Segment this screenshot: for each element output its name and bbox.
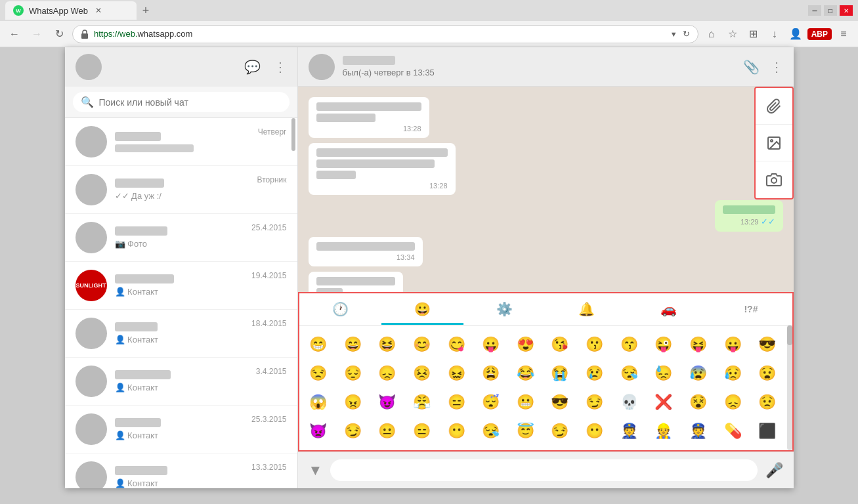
emoji-cell[interactable]: 👷 xyxy=(650,417,677,445)
adblock-button[interactable]: ABP xyxy=(807,28,832,40)
emoji-cell[interactable]: 😟 xyxy=(754,388,781,416)
emoji-cell[interactable]: 😊 xyxy=(408,331,435,358)
window-close-button[interactable]: ✕ xyxy=(840,5,853,16)
emoji-tab-settings[interactable]: ⚙️ xyxy=(463,293,546,325)
emoji-cell[interactable]: 😒 xyxy=(305,360,332,387)
new-chat-icon[interactable]: 💬 xyxy=(244,59,261,75)
emoji-cell[interactable]: 😁 xyxy=(305,331,332,358)
profile-icon[interactable]: 👤 xyxy=(786,25,805,43)
new-tab-button[interactable]: + xyxy=(137,1,155,20)
chat-item[interactable]: 👤 Контакт 18.4.2015 xyxy=(65,310,297,358)
emoji-cell[interactable]: 😬 xyxy=(511,388,539,416)
emoji-cell[interactable]: 😴 xyxy=(477,388,505,416)
emoji-cell[interactable]: 💊 xyxy=(719,417,746,445)
emoji-cell[interactable]: 😤 xyxy=(408,388,435,416)
emoji-tab-symbols[interactable]: !?# xyxy=(710,293,792,325)
emoji-cell[interactable]: 😔 xyxy=(339,360,366,387)
bookmark-icon[interactable]: ☆ xyxy=(723,25,742,43)
emoji-cell[interactable]: 😋 xyxy=(442,331,470,358)
window-minimize-button[interactable]: ─ xyxy=(808,5,821,16)
emoji-cell[interactable]: ⬛ xyxy=(754,417,781,445)
emoji-cell[interactable]: 😇 xyxy=(511,417,539,445)
emoji-cell[interactable]: 😩 xyxy=(477,360,505,387)
emoji-cell[interactable]: 💀 xyxy=(615,388,643,416)
chat-item[interactable]: 👤 Контакт 13.3.2015 xyxy=(65,453,297,488)
refresh-button[interactable]: ↻ xyxy=(50,25,68,43)
attach-image-button[interactable] xyxy=(756,125,792,161)
back-button[interactable]: ← xyxy=(5,25,24,43)
emoji-cell[interactable]: 👮 xyxy=(615,417,643,445)
extensions-icon[interactable]: ⊞ xyxy=(744,25,763,43)
window-maximize-button[interactable]: □ xyxy=(824,5,837,16)
browser-tab[interactable]: W WhatsApp Web ✕ xyxy=(5,1,137,20)
emoji-cell[interactable]: 😐 xyxy=(374,417,401,445)
emoji-cell[interactable]: 😶 xyxy=(581,417,609,445)
chat-item[interactable]: 👤 Контакт 3.4.2015 xyxy=(65,358,297,406)
chat-item[interactable]: ✓✓ Да уж :/ Вторник xyxy=(65,166,297,214)
mic-icon[interactable]: 🎤 xyxy=(765,462,783,479)
emoji-tab-travel[interactable]: 🚗 xyxy=(628,293,710,325)
emoji-cell[interactable]: 😈 xyxy=(374,388,401,416)
tab-close-button[interactable]: ✕ xyxy=(93,5,104,16)
emoji-cell[interactable]: 😣 xyxy=(408,360,435,387)
emoji-cell[interactable]: 😏 xyxy=(546,417,574,445)
emoji-cell[interactable]: 😄 xyxy=(339,331,366,358)
reload-icon[interactable]: ↻ xyxy=(683,29,690,39)
chat-item[interactable]: 📷 Фото 25.4.2015 xyxy=(65,214,297,262)
emoji-cell[interactable]: 😱 xyxy=(305,388,332,416)
chat-item[interactable]: SUNLIGHT 👤 Контакт 19.4.2015 xyxy=(65,262,297,310)
sidebar-menu-icon[interactable]: ⋮ xyxy=(274,59,287,75)
attach-file-button[interactable] xyxy=(756,88,792,125)
emoji-cell[interactable]: 😗 xyxy=(581,331,609,358)
emoji-cell[interactable]: 😖 xyxy=(442,360,470,387)
emoji-cell[interactable]: 👮 xyxy=(685,417,712,445)
chat-item[interactable]: 👤 Контакт 25.3.2015 xyxy=(65,406,297,453)
emoji-cell[interactable]: 😛 xyxy=(477,331,505,358)
menu-icon[interactable]: ≡ xyxy=(834,25,853,43)
emoji-tab-smileys[interactable]: 😀 xyxy=(381,293,463,325)
message-input[interactable] xyxy=(330,459,757,481)
download-icon[interactable]: ↓ xyxy=(765,25,784,43)
emoji-cell[interactable]: 😞 xyxy=(374,360,401,387)
emoji-cell[interactable]: 😪 xyxy=(477,417,505,445)
emoji-cell[interactable]: 😏 xyxy=(339,417,366,445)
attach-camera-button[interactable] xyxy=(756,161,792,198)
emoji-cell[interactable]: ❌ xyxy=(650,388,677,416)
emoji-cell[interactable]: 😵 xyxy=(685,388,712,416)
emoji-cell[interactable]: 😂 xyxy=(511,360,539,387)
forward-button[interactable]: → xyxy=(28,25,46,43)
emoji-cell[interactable]: 😢 xyxy=(581,360,609,387)
emoji-cell[interactable]: 😜 xyxy=(650,331,677,358)
emoji-cell[interactable]: 😎 xyxy=(754,331,781,358)
emoji-cell[interactable]: 😛 xyxy=(719,331,746,358)
emoji-cell[interactable]: 😎 xyxy=(546,388,574,416)
chat-menu-icon[interactable]: ⋮ xyxy=(770,59,783,75)
emoji-cell[interactable]: 😏 xyxy=(581,388,609,416)
emoji-tab-recent[interactable]: 🕐 xyxy=(299,293,381,325)
emoji-cell[interactable]: 😘 xyxy=(546,331,574,358)
emoji-cell[interactable]: 😑 xyxy=(442,388,470,416)
emoji-cell[interactable]: 😶 xyxy=(442,417,470,445)
expand-emoji-icon[interactable]: ▼ xyxy=(309,462,323,479)
emoji-cell[interactable]: 😠 xyxy=(339,388,366,416)
emoji-cell[interactable]: 😪 xyxy=(615,360,643,387)
user-avatar[interactable] xyxy=(75,54,102,80)
emoji-tab-alerts[interactable]: 🔔 xyxy=(546,293,628,325)
emoji-cell[interactable]: 😙 xyxy=(615,331,643,358)
emoji-cell[interactable]: 😥 xyxy=(719,360,746,387)
emoji-cell[interactable]: 😑 xyxy=(408,417,435,445)
address-dropdown-icon[interactable]: ▼ xyxy=(670,30,677,38)
emoji-cell[interactable]: 😧 xyxy=(754,360,781,387)
emoji-cell[interactable]: 😰 xyxy=(685,360,712,387)
emoji-cell[interactable]: 😆 xyxy=(374,331,401,358)
search-input[interactable] xyxy=(99,97,282,108)
emoji-cell[interactable]: 😞 xyxy=(719,388,746,416)
home-icon[interactable]: ⌂ xyxy=(702,25,721,43)
emoji-cell[interactable]: 😭 xyxy=(546,360,574,387)
emoji-cell[interactable]: 👿 xyxy=(305,417,332,445)
attach-icon[interactable]: 📎 xyxy=(743,59,760,75)
emoji-cell[interactable]: 😝 xyxy=(685,331,712,358)
emoji-scrollbar[interactable] xyxy=(787,326,792,450)
address-bar[interactable]: https://web.whatsapp.com ▼ ↻ xyxy=(72,25,698,43)
emoji-cell[interactable]: 😍 xyxy=(511,331,539,358)
